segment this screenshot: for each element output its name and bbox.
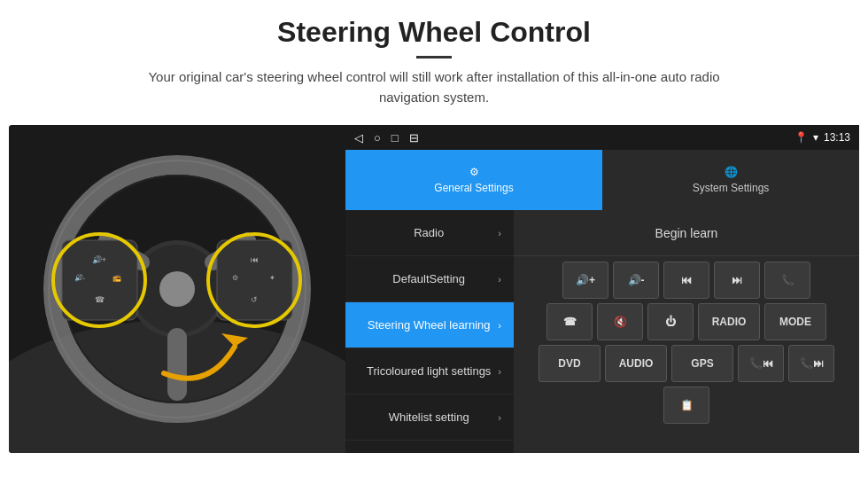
svg-rect-16 [217,240,292,320]
steering-wheel-image: 🔊+ 🔊- 📻 ☎ ⏮ ⚙ ✦ ↺ [9,125,345,453]
svg-text:🔊-: 🔊- [74,273,86,282]
main-content: 🔊+ 🔊- 📻 ☎ ⏮ ⚙ ✦ ↺ ◁ ○ □ [9,125,859,453]
system-settings-icon: 🌐 [725,166,738,178]
answer-button[interactable]: ☎ [546,303,593,340]
mute-button[interactable]: 🔇 [597,303,643,340]
title-divider [416,56,452,59]
list-button[interactable]: 📋 [663,387,709,424]
phone-prev-button[interactable]: 📞⏮ [738,345,784,382]
page-title: Steering Wheel Control [35,16,833,49]
svg-text:⚙: ⚙ [232,274,238,282]
audio-button[interactable]: AUDIO [605,345,667,382]
status-bar-right: 📍 ▾ 13:13 [794,131,850,144]
vol-up-button[interactable]: 🔊+ [562,262,608,299]
begin-learn-button[interactable]: Begin learn [638,221,736,246]
dvd-button[interactable]: DVD [539,345,601,382]
button-row-2: ☎ 🔇 ⏻ RADIO MODE [519,303,854,340]
general-settings-icon: ⚙ [469,166,479,178]
menu-item-whitelist[interactable]: Whitelist setting › [345,395,514,441]
back-icon: ◁ [354,131,363,145]
menu-item-steering-wheel[interactable]: Steering Wheel learning › [345,302,514,348]
system-settings-label: System Settings [693,182,770,194]
right-panel: Begin learn 🔊+ 🔊- ⏮ ⏭ 📞 ☎ 🔇 [514,210,859,453]
svg-text:☎: ☎ [95,295,105,304]
svg-text:↺: ↺ [251,295,258,304]
gps-button[interactable]: GPS [671,345,733,382]
vol-down-button[interactable]: 🔊- [613,262,659,299]
radio-chevron-icon: › [498,228,501,238]
menu-item-radio[interactable]: Radio › [345,210,514,256]
time-display: 13:13 [824,131,850,144]
status-bar-left: ◁ ○ □ ⊟ [354,131,419,145]
android-ui: ◁ ○ □ ⊟ 📍 ▾ 13:13 ⚙ General Settings 🌐 S… [345,125,859,453]
default-chevron-icon: › [498,274,501,285]
control-buttons-grid: 🔊+ 🔊- ⏮ ⏭ 📞 ☎ 🔇 ⏻ RADIO MODE [514,256,859,429]
phone-next-button[interactable]: 📞⏭ [788,345,834,382]
left-menu: Radio › DefaultSetting › Steering Wheel … [345,210,514,453]
tab-general-settings[interactable]: ⚙ General Settings [345,150,602,210]
tab-system-settings[interactable]: 🌐 System Settings [602,150,859,210]
prev-track-button[interactable]: ⏮ [663,262,709,299]
phone-button[interactable]: 📞 [764,262,810,299]
button-row-3: DVD AUDIO GPS 📞⏮ 📞⏭ [519,345,854,382]
svg-text:🔊+: 🔊+ [92,254,106,265]
status-bar: ◁ ○ □ ⊟ 📍 ▾ 13:13 [345,125,859,150]
tricoloured-chevron-icon: › [498,366,501,377]
menu-icon: ⊟ [409,131,419,145]
menu-item-whitelist-label: Whitelist setting [360,410,498,424]
menu-item-tricoloured-label: Tricoloured light settings [360,364,498,378]
button-row-4: 📋 [519,387,854,424]
menu-item-default-label: DefaultSetting [360,272,498,285]
menu-item-steering-label: Steering Wheel learning [360,318,498,332]
menu-item-default-setting[interactable]: DefaultSetting › [345,256,514,302]
power-button[interactable]: ⏻ [647,303,694,340]
location-icon: 📍 [794,131,808,144]
steering-chevron-icon: › [498,320,501,331]
page-header: Steering Wheel Control Your original car… [0,0,868,116]
mode-button[interactable]: MODE [764,303,826,340]
home-icon: ○ [374,131,381,145]
svg-text:✦: ✦ [269,274,275,282]
button-row-1: 🔊+ 🔊- ⏮ ⏭ 📞 [519,262,854,299]
page-subtitle: Your original car's steering wheel contr… [124,67,744,107]
next-track-button[interactable]: ⏭ [714,262,760,299]
whitelist-chevron-icon: › [498,412,501,423]
radio-button[interactable]: RADIO [698,303,760,340]
svg-point-10 [159,271,195,307]
menu-item-tricoloured[interactable]: Tricoloured light settings › [345,348,514,395]
svg-text:📻: 📻 [112,273,121,282]
wifi-icon: ▾ [813,131,818,144]
general-settings-label: General Settings [434,182,513,194]
menu-item-radio-label: Radio [360,226,498,239]
svg-text:⏮: ⏮ [251,255,259,264]
settings-tabs: ⚙ General Settings 🌐 System Settings [345,150,859,210]
recents-icon: □ [391,131,399,145]
begin-learn-row: Begin learn [514,210,859,256]
settings-main: Radio › DefaultSetting › Steering Wheel … [345,210,859,453]
